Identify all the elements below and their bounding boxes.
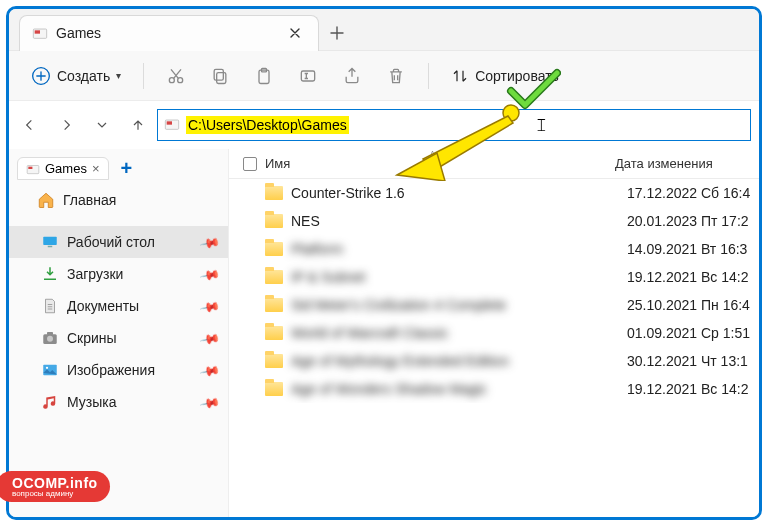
file-date: 19.12.2021 Вс 14:2 <box>627 381 759 397</box>
home-icon <box>37 191 55 209</box>
pin-icon: 📌 <box>199 231 221 252</box>
svg-rect-14 <box>43 237 57 245</box>
close-icon[interactable]: × <box>92 161 100 176</box>
nav-forward-button[interactable] <box>49 108 83 142</box>
sort-icon <box>451 67 469 85</box>
file-row[interactable]: NES20.01.2023 Пт 17:2 <box>229 207 759 235</box>
svg-rect-15 <box>48 246 53 248</box>
file-name: Age of Mythology Extended Edition <box>291 353 627 369</box>
sidebar-item-label: Загрузки <box>67 266 123 282</box>
file-date: 25.10.2021 Пн 16:4 <box>627 297 759 313</box>
nav-recent-button[interactable] <box>85 108 119 142</box>
nav-back-button[interactable] <box>13 108 47 142</box>
folder-icon <box>265 324 283 342</box>
sidebar-item-documents[interactable]: Документы 📌 <box>9 290 228 322</box>
sidebar-item-pictures[interactable]: Изображения 📌 <box>9 354 228 386</box>
svg-point-3 <box>170 77 175 82</box>
file-row[interactable]: IP & Subnet19.12.2021 Вс 14:2 <box>229 263 759 291</box>
copy-button[interactable] <box>200 58 240 94</box>
column-date[interactable]: Дата изменения <box>615 156 759 171</box>
nav-up-button[interactable] <box>121 108 155 142</box>
window-tab[interactable]: Games <box>19 15 319 51</box>
folder-icon <box>32 25 48 41</box>
sidebar-item-label: Музыка <box>67 394 117 410</box>
sidebar-item-label: Главная <box>63 192 116 208</box>
sidebar-home[interactable]: Главная <box>9 184 228 216</box>
title-tab-strip: Games <box>9 9 759 51</box>
annotation-checkmark-icon <box>505 67 561 113</box>
select-all-checkbox[interactable] <box>243 157 257 171</box>
file-name: World of Warcraft Classic <box>291 325 627 341</box>
address-path: C:\Users\Desktop\Games <box>186 116 349 134</box>
file-row[interactable]: Age of Wonders Shadow Magic19.12.2021 Вс… <box>229 375 759 403</box>
sidebar-item-desktop[interactable]: Рабочий стол 📌 <box>9 226 228 258</box>
sort-indicator-icon: ˄ <box>430 150 435 161</box>
file-pane: Имя ˄ Дата изменения Counter-Strike 1.61… <box>229 149 759 517</box>
column-headers[interactable]: Имя ˄ Дата изменения <box>229 149 759 179</box>
rename-button[interactable] <box>288 58 328 94</box>
file-date: 17.12.2022 Сб 16:4 <box>627 185 759 201</box>
svg-rect-18 <box>47 332 53 335</box>
share-button[interactable] <box>332 58 372 94</box>
svg-point-4 <box>178 77 183 82</box>
file-row[interactable]: Age of Mythology Extended Edition30.12.2… <box>229 347 759 375</box>
chevron-down-icon: ▾ <box>116 70 121 81</box>
file-date: 14.09.2021 Вт 16:3 <box>627 241 759 257</box>
file-date: 30.12.2021 Чт 13:1 <box>627 353 759 369</box>
desktop-icon <box>41 233 59 251</box>
delete-button[interactable] <box>376 58 416 94</box>
sidebar-item-screenshots[interactable]: Скрины 📌 <box>9 322 228 354</box>
sidebar-item-label: Документы <box>67 298 139 314</box>
sidebar-item-music[interactable]: Музыка 📌 <box>9 386 228 418</box>
file-row[interactable]: Sid Meier's Civilization 4 Complete25.10… <box>229 291 759 319</box>
sidebar-new-tab-button[interactable]: + <box>115 157 139 180</box>
sidebar-item-label: Рабочий стол <box>67 234 155 250</box>
sidebar-tab-label: Games <box>45 161 87 176</box>
file-rows: Counter-Strike 1.617.12.2022 Сб 16:4NES2… <box>229 179 759 403</box>
column-name-label: Имя <box>265 156 290 171</box>
create-label: Создать <box>57 68 110 84</box>
pin-icon: 📌 <box>199 295 221 316</box>
sidebar-item-label: Скрины <box>67 330 117 346</box>
svg-point-20 <box>46 367 48 369</box>
window-tab-title: Games <box>56 25 276 41</box>
create-button[interactable]: Создать ▾ <box>21 60 131 92</box>
file-row[interactable]: Platform14.09.2021 Вт 16:3 <box>229 235 759 263</box>
pictures-icon <box>41 361 59 379</box>
folder-icon <box>265 380 283 398</box>
paste-button[interactable] <box>244 58 284 94</box>
file-row[interactable]: World of Warcraft Classic01.09.2021 Ср 1… <box>229 319 759 347</box>
pin-icon: 📌 <box>199 263 221 284</box>
body: Games × + Главная Рабочий стол 📌 Загрузк… <box>9 149 759 517</box>
file-name: Age of Wonders Shadow Magic <box>291 381 627 397</box>
nav-row: C:\Users\Desktop\Games 𝙸 <box>9 101 759 149</box>
file-name: Counter-Strike 1.6 <box>291 185 627 201</box>
document-icon <box>41 297 59 315</box>
svg-rect-9 <box>302 71 315 81</box>
new-tab-button[interactable] <box>319 15 355 51</box>
download-icon <box>41 265 59 283</box>
folder-icon <box>265 212 283 230</box>
sidebar-tab[interactable]: Games × <box>17 157 109 180</box>
pin-icon: 📌 <box>199 359 221 380</box>
svg-point-17 <box>47 336 53 342</box>
close-tab-button[interactable] <box>284 22 306 44</box>
camera-icon <box>41 329 59 347</box>
svg-rect-6 <box>214 69 223 80</box>
file-date: 01.09.2021 Ср 1:51 <box>627 325 759 341</box>
file-date: 20.01.2023 Пт 17:2 <box>627 213 759 229</box>
address-bar[interactable]: C:\Users\Desktop\Games 𝙸 <box>157 109 751 141</box>
folder-icon <box>265 296 283 314</box>
text-cursor-icon: 𝙸 <box>535 115 548 136</box>
folder-icon <box>26 162 40 176</box>
file-row[interactable]: Counter-Strike 1.617.12.2022 Сб 16:4 <box>229 179 759 207</box>
column-name[interactable]: Имя ˄ <box>265 156 615 171</box>
cut-button[interactable] <box>156 58 196 94</box>
sidebar-item-downloads[interactable]: Загрузки 📌 <box>9 258 228 290</box>
file-name: Sid Meier's Civilization 4 Complete <box>291 297 627 313</box>
folder-icon <box>164 116 180 135</box>
pin-icon: 📌 <box>199 391 221 412</box>
folder-icon <box>265 352 283 370</box>
music-icon <box>41 393 59 411</box>
svg-rect-1 <box>35 30 40 33</box>
